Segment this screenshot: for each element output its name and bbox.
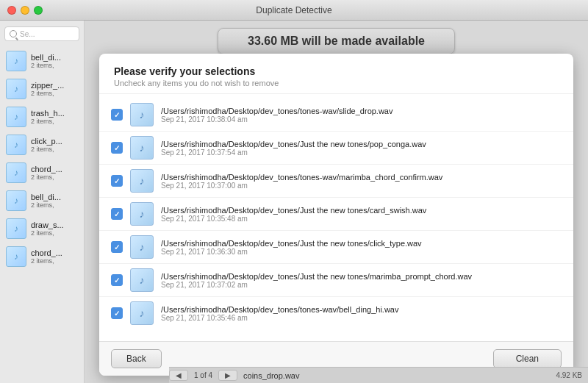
sidebar-item-name-7: chord_... bbox=[31, 248, 78, 257]
file-icon-0 bbox=[6, 51, 26, 71]
file-row-2: ♪ /Users/rishimodha/Desktop/dev_tones/to… bbox=[99, 165, 573, 198]
modal-title: Please verify your selections bbox=[114, 65, 559, 77]
close-button[interactable] bbox=[7, 6, 16, 15]
modal-subtitle: Uncheck any items you do not wish to rem… bbox=[114, 79, 559, 87]
sidebar-item-2[interactable]: trash_h... 2 items, bbox=[0, 103, 84, 131]
sidebar-item-name-6: draw_s... bbox=[31, 221, 78, 229]
app-title: Duplicate Detective bbox=[256, 5, 331, 15]
file-icon-4 bbox=[6, 162, 26, 183]
sidebar-item-sub-0: 2 items, bbox=[31, 62, 78, 69]
sidebar-item-sub-1: 2 items, bbox=[31, 90, 78, 97]
sidebar-item-sub-3: 2 items, bbox=[31, 146, 78, 153]
file-thumb-2: ♪ bbox=[130, 169, 154, 193]
checkbox-3[interactable] bbox=[111, 208, 123, 220]
search-icon bbox=[10, 30, 17, 37]
nav-prev-button[interactable]: ◀ bbox=[169, 370, 188, 381]
sidebar-item-text-1: zipper_... 2 items, bbox=[31, 81, 78, 97]
file-info-2: /Users/rishimodha/Desktop/dev_tones/tone… bbox=[161, 173, 562, 190]
file-date-5: Sep 21, 2017 10:37:02 am bbox=[161, 281, 562, 289]
sidebar-item-sub-7: 2 items, bbox=[31, 257, 78, 265]
sidebar-item-sub-6: 2 items, bbox=[31, 229, 78, 237]
modal-body: ♪ /Users/rishimodha/Desktop/dev_tones/to… bbox=[99, 94, 573, 341]
modal-header: Please verify your selections Uncheck an… bbox=[99, 54, 573, 94]
file-thumb-1: ♪ bbox=[130, 136, 154, 160]
modal-dialog: Please verify your selections Uncheck an… bbox=[99, 54, 573, 376]
checkbox-4[interactable] bbox=[111, 241, 123, 253]
file-info-0: /Users/rishimodha/Desktop/dev_tones/tone… bbox=[161, 107, 562, 124]
sidebar-item-text-3: click_p... 2 items, bbox=[31, 137, 78, 153]
file-date-0: Sep 21, 2017 10:38:04 am bbox=[161, 115, 562, 124]
sidebar-item-3[interactable]: click_p... 2 items, bbox=[0, 131, 84, 159]
file-info-4: /Users/rishimodha/Desktop/dev_tones/Just… bbox=[161, 239, 562, 256]
checkbox-6[interactable] bbox=[111, 307, 123, 319]
nav-next-button[interactable]: ▶ bbox=[218, 370, 237, 381]
sidebar-item-name-4: chord_... bbox=[31, 165, 78, 173]
file-date-3: Sep 21, 2017 10:35:48 am bbox=[161, 215, 562, 223]
file-path-1: /Users/rishimodha/Desktop/dev_tones/Just… bbox=[161, 140, 562, 148]
sidebar-item-name-0: bell_di... bbox=[31, 53, 78, 62]
sidebar-item-name-3: click_p... bbox=[31, 137, 78, 146]
sidebar-item-sub-2: 2 items, bbox=[31, 118, 78, 125]
storage-badge: 33.60 MB will be made available bbox=[218, 28, 455, 54]
file-path-6: /Users/rishimodha/Desktop/dev_tones/tone… bbox=[161, 305, 562, 314]
file-icon-1 bbox=[6, 79, 26, 99]
sidebar-item-text-7: chord_... 2 items, bbox=[31, 248, 78, 265]
sidebar-item-sub-4: 2 items, bbox=[31, 173, 78, 181]
app-body: Se... bell_di... 2 items, zipper_... 2 i… bbox=[0, 21, 588, 383]
sidebar-item-5[interactable]: bell_di... 2 items, bbox=[0, 187, 84, 215]
main-content: 33.60 MB will be made available Please v… bbox=[85, 21, 588, 383]
file-info-1: /Users/rishimodha/Desktop/dev_tones/Just… bbox=[161, 140, 562, 157]
sidebar-item-text-6: draw_s... 2 items, bbox=[31, 221, 78, 237]
file-thumb-4: ♪ bbox=[130, 235, 154, 259]
sidebar-item-sub-5: 2 items, bbox=[31, 201, 78, 209]
file-row-1: ♪ /Users/rishimodha/Desktop/dev_tones/Ju… bbox=[99, 132, 573, 165]
file-icon-7 bbox=[6, 246, 26, 267]
file-info-6: /Users/rishimodha/Desktop/dev_tones/tone… bbox=[161, 305, 562, 322]
sidebar-item-name-5: bell_di... bbox=[31, 193, 78, 201]
titlebar: Duplicate Detective bbox=[0, 0, 588, 21]
sidebar-item-7[interactable]: chord_... 2 items, bbox=[0, 243, 84, 271]
minimize-button[interactable] bbox=[21, 6, 29, 15]
sidebar-item-1[interactable]: zipper_... 2 items, bbox=[0, 75, 84, 103]
file-date-2: Sep 21, 2017 10:37:00 am bbox=[161, 182, 562, 190]
bottom-bar: ◀ 1 of 4 ▶ coins_drop.wav 4.92 KB bbox=[169, 367, 588, 383]
file-thumb-0: ♪ bbox=[130, 103, 154, 126]
checkbox-1[interactable] bbox=[111, 142, 123, 154]
maximize-button[interactable] bbox=[34, 6, 43, 15]
search-bar[interactable]: Se... bbox=[4, 26, 79, 41]
file-icon-2 bbox=[6, 107, 26, 127]
search-placeholder: Se... bbox=[20, 30, 35, 38]
checkbox-2[interactable] bbox=[111, 175, 123, 187]
checkbox-5[interactable] bbox=[111, 274, 123, 286]
clean-button[interactable]: Clean bbox=[493, 349, 562, 368]
file-path-0: /Users/rishimodha/Desktop/dev_tones/tone… bbox=[161, 107, 562, 115]
file-row-6: ♪ /Users/rishimodha/Desktop/dev_tones/to… bbox=[99, 297, 573, 329]
file-info-5: /Users/rishimodha/Desktop/dev_tones/Just… bbox=[161, 272, 562, 289]
sidebar-item-text-4: chord_... 2 items, bbox=[31, 165, 78, 181]
file-thumb-5: ♪ bbox=[130, 268, 154, 292]
nav-label: 1 of 4 bbox=[194, 371, 212, 379]
sidebar-item-name-1: zipper_... bbox=[31, 81, 78, 90]
bottom-size: 4.92 KB bbox=[556, 371, 582, 379]
file-thumb-6: ♪ bbox=[130, 301, 154, 325]
titlebar-buttons bbox=[7, 6, 43, 15]
sidebar-item-0[interactable]: bell_di... 2 items, bbox=[0, 47, 84, 75]
sidebar-item-6[interactable]: draw_s... 2 items, bbox=[0, 215, 84, 243]
file-icon-5 bbox=[6, 190, 26, 211]
file-date-4: Sep 21, 2017 10:36:30 am bbox=[161, 248, 562, 256]
sidebar-item-text-0: bell_di... 2 items, bbox=[31, 53, 78, 69]
file-info-3: /Users/rishimodha/Desktop/dev_tones/Just… bbox=[161, 206, 562, 223]
sidebar-item-name-2: trash_h... bbox=[31, 109, 78, 118]
file-row-4: ♪ /Users/rishimodha/Desktop/dev_tones/Ju… bbox=[99, 231, 573, 264]
back-button[interactable]: Back bbox=[111, 349, 162, 368]
sidebar-item-4[interactable]: chord_... 2 items, bbox=[0, 159, 84, 187]
checkbox-0[interactable] bbox=[111, 109, 123, 121]
file-path-5: /Users/rishimodha/Desktop/dev_tones/Just… bbox=[161, 272, 562, 281]
file-icon-6 bbox=[6, 218, 26, 239]
sidebar-item-text-2: trash_h... 2 items, bbox=[31, 109, 78, 125]
file-row-3: ♪ /Users/rishimodha/Desktop/dev_tones/Ju… bbox=[99, 198, 573, 231]
file-path-3: /Users/rishimodha/Desktop/dev_tones/Just… bbox=[161, 206, 562, 215]
sidebar: Se... bell_di... 2 items, zipper_... 2 i… bbox=[0, 21, 85, 383]
file-row-0: ♪ /Users/rishimodha/Desktop/dev_tones/to… bbox=[99, 99, 573, 132]
file-path-2: /Users/rishimodha/Desktop/dev_tones/tone… bbox=[161, 173, 562, 182]
